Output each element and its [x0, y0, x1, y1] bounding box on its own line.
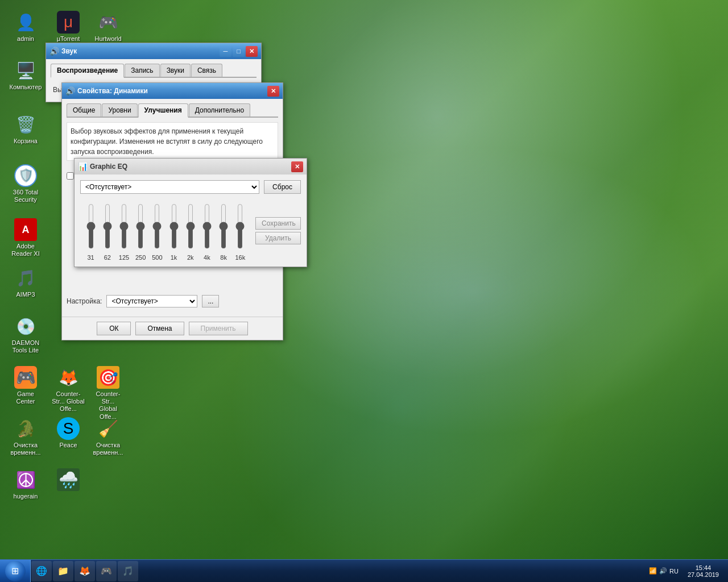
eq-slider-8k-input[interactable] [218, 203, 229, 249]
desktop-icon-peace[interactable]: ☮️ hugerain [6, 466, 46, 502]
taskbar-steam[interactable]: 🎮 [96, 561, 117, 581]
desktop-icon-recycle[interactable]: 🗑️ Корзина [6, 111, 46, 147]
peace-label: hugerain [14, 493, 38, 500]
cancel-button[interactable]: Отмена [135, 322, 184, 335]
freq-label-62: 62 [100, 254, 115, 261]
tab-sounds[interactable]: Звуки [160, 64, 191, 77]
eq-slider-250-input[interactable] [135, 203, 146, 249]
utorrent-label: µTorrent [57, 35, 80, 43]
desktop-icon-kmeleon[interactable]: 🐊 Очистка временн... [6, 415, 46, 459]
hugerain-icon: 🌧️ [57, 468, 80, 491]
props-titlebar[interactable]: 🔊 Свойства: Динамики ✕ [62, 83, 283, 99]
eq-top-row: <Отсутствует> Сброс [80, 180, 301, 194]
tab-enhancements[interactable]: Улучшения [138, 103, 188, 118]
tab-advanced[interactable]: Дополнительно [189, 103, 250, 117]
freq-label-16k: 16k [232, 254, 248, 261]
nastroika-dots-button[interactable]: ... [202, 295, 219, 307]
admin-label: admin [17, 35, 34, 43]
eq-slider-8k [218, 203, 229, 249]
eq-titlebar[interactable]: 📊 Graphic EQ ✕ [75, 159, 307, 174]
eq-slider-500 [151, 203, 163, 249]
eq-slider-500-input[interactable] [151, 203, 163, 249]
taskbar-explorer[interactable]: 📁 [53, 561, 73, 581]
start-orb[interactable] [5, 561, 26, 581]
daemon-icon: 💿 [14, 315, 37, 338]
nastroika-row: Настройка: <Отсутствует> ... [67, 290, 278, 312]
desktop: 👤 admin μ µTorrent 🎮 Hurtworld 🖥️ Компью… [0, 0, 728, 582]
daemon-label: DAEMONTools Lite [12, 339, 39, 354]
desktop-icon-aimp3[interactable]: 🎵 AIMP3 [6, 264, 46, 301]
props-close-button[interactable]: ✕ [267, 86, 279, 97]
taskbar-ie[interactable]: 🌐 [31, 561, 52, 581]
tab-general[interactable]: Общие [67, 103, 101, 117]
eq-slider-16k-input[interactable] [234, 203, 246, 249]
desktop-icon-hugerain[interactable]: 🌧️ [48, 466, 88, 495]
eq-slider-2k-input[interactable] [185, 203, 196, 249]
desktop-icon-cs[interactable]: 🎯 Counter-Str...Global Offe... [88, 364, 128, 423]
tab-playback[interactable]: Воспроизведение [51, 64, 124, 78]
sound-tab-bar: Воспроизведение Запись Звуки Связь [51, 64, 257, 78]
eq-slider-31-input[interactable] [85, 203, 97, 249]
ok-button[interactable]: ОК [97, 322, 131, 335]
eq-slider-1k-input[interactable] [168, 203, 180, 249]
taskbar-aimp[interactable]: 🎵 [118, 561, 138, 581]
aimp-taskbar-icon: 🎵 [122, 566, 134, 577]
eq-sliders-main: 31 62 125 250 500 1k 2k 4k 8k 16k [80, 201, 251, 261]
language-indicator[interactable]: RU [669, 568, 679, 575]
sound-minimize-button[interactable]: ─ [220, 46, 231, 57]
firefox-label: Counter-Str... Global Offe... [51, 390, 86, 413]
disable-effects-checkbox[interactable] [67, 172, 74, 180]
taskbar-firefox[interactable]: 🦊 [75, 561, 95, 581]
kmeleon-icon: 🐊 [14, 417, 37, 440]
firefox-taskbar-icon: 🦊 [79, 566, 90, 577]
start-button[interactable] [0, 560, 31, 583]
firefox-icon: 🦊 [57, 366, 80, 389]
freq-label-125: 125 [116, 254, 132, 261]
volume-icon[interactable]: 🔊 [659, 567, 667, 575]
cleanup-icon: 🧹 [97, 417, 119, 440]
eq-slider-125-input[interactable] [118, 203, 130, 249]
eq-slider-62-input[interactable] [102, 203, 113, 249]
clock[interactable]: 15:44 27.04.2019 [683, 564, 723, 578]
eq-delete-button[interactable]: Удалить [255, 232, 301, 244]
eq-slider-4k [201, 203, 213, 249]
desktop-icon-360security[interactable]: 🛡️ 360 TotalSecurity [6, 162, 46, 206]
desktop-icon-cleanup[interactable]: 🧹 Очисткавременн... [88, 415, 128, 459]
freq-label-4k: 4k [199, 254, 215, 261]
desktop-icon-firefox[interactable]: 🦊 Counter-Str... Global Offe... [48, 364, 88, 415]
eq-window-controls: ✕ [291, 161, 303, 172]
tab-levels[interactable]: Уровни [102, 103, 137, 117]
desktop-icon-hurtworld[interactable]: 🎮 Hurtworld [88, 9, 128, 45]
tab-record[interactable]: Запись [125, 64, 159, 77]
desktop-icon-adobe[interactable]: A AdobeReader XI [6, 216, 46, 260]
desktop-icon-computer[interactable]: 🖥️ Компьютер [6, 57, 46, 93]
nastroika-select[interactable]: <Отсутствует> [106, 295, 197, 307]
eq-slider-4k-input[interactable] [201, 203, 213, 249]
sound-close-button[interactable]: ✕ [246, 46, 258, 57]
eq-close-button[interactable]: ✕ [291, 161, 303, 172]
utorrent-icon: μ [57, 11, 80, 34]
eq-slider-125 [118, 203, 130, 249]
freq-label-2k: 2k [183, 254, 198, 261]
eq-preset-select[interactable]: <Отсутствует> [80, 180, 259, 194]
eq-titlebar-icon: 📊 [78, 162, 88, 171]
sound-maximize-button[interactable]: □ [233, 46, 245, 57]
sound-window-titlebar[interactable]: 🔊 Звук ─ □ ✕ [46, 43, 261, 59]
eq-reset-button[interactable]: Сброс [264, 180, 301, 194]
security360-label: 360 TotalSecurity [13, 189, 38, 203]
adobe-label: AdobeReader XI [11, 243, 40, 257]
apply-button[interactable]: Применить [189, 322, 248, 335]
eq-save-button[interactable]: Сохранить [255, 217, 301, 230]
desktop-icon-daemon[interactable]: 💿 DAEMONTools Lite [6, 313, 46, 356]
aimp3-label: AIMP3 [16, 291, 35, 298]
desktop-icon-skype[interactable]: S Peace [48, 415, 88, 451]
props-tab-bar: Общие Уровни Улучшения Дополнительно [67, 103, 278, 118]
desktop-icon-utorrent[interactable]: μ µTorrent [48, 9, 88, 45]
tab-link[interactable]: Связь [191, 64, 222, 77]
desktop-icon-gamecenter[interactable]: 🎮 Game Center [6, 364, 46, 408]
eq-content: <Отсутствует> Сброс [75, 174, 307, 267]
freq-label-31: 31 [83, 254, 99, 261]
freq-label-500: 500 [149, 254, 165, 261]
skype-icon: S [57, 417, 80, 440]
desktop-icon-admin[interactable]: 👤 admin [6, 9, 46, 45]
